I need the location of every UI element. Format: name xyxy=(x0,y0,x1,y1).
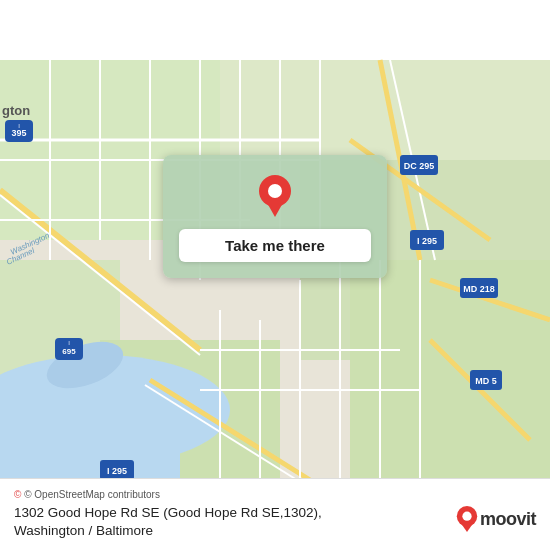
moovit-logo: moovit xyxy=(456,506,536,532)
moovit-logo-text: moovit xyxy=(480,509,536,530)
osm-attribution-text: © OpenStreetMap contributors xyxy=(24,489,160,500)
svg-text:DC 295: DC 295 xyxy=(404,161,435,171)
map-container: 395 I 695 I DC 295 I 295 I 295 MD 218 MD… xyxy=(0,0,550,550)
svg-point-62 xyxy=(462,512,471,521)
svg-text:I 295: I 295 xyxy=(417,236,437,246)
svg-text:MD 218: MD 218 xyxy=(463,284,495,294)
svg-text:395: 395 xyxy=(11,128,26,138)
take-me-there-button[interactable]: Take me there xyxy=(179,229,371,262)
svg-rect-9 xyxy=(0,390,180,490)
svg-text:gton: gton xyxy=(2,103,30,118)
moovit-pin-icon xyxy=(456,506,478,532)
svg-marker-59 xyxy=(266,201,284,217)
svg-text:695: 695 xyxy=(62,347,76,356)
svg-point-58 xyxy=(268,184,282,198)
svg-text:I 295: I 295 xyxy=(107,466,127,476)
osm-attribution: © © OpenStreetMap contributors xyxy=(14,489,536,500)
svg-text:MD 5: MD 5 xyxy=(475,376,497,386)
svg-marker-61 xyxy=(460,523,473,532)
location-card: Take me there xyxy=(163,155,387,278)
location-pin-icon xyxy=(253,173,297,217)
